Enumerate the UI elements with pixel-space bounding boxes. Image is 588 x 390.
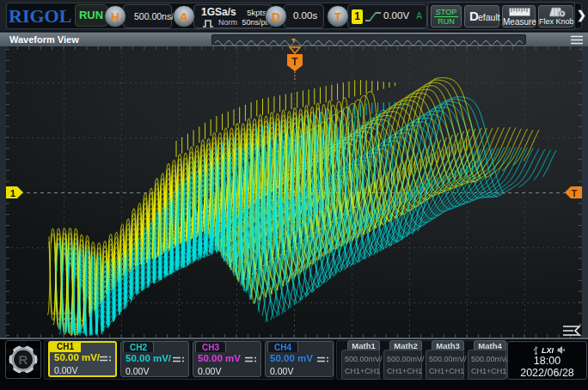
svg-text:R: R	[19, 352, 28, 367]
svg-text:LXI: LXI	[542, 346, 554, 355]
svg-text:1: 1	[10, 188, 15, 198]
svg-text:T: T	[572, 188, 578, 198]
svg-text:T: T	[291, 56, 298, 68]
